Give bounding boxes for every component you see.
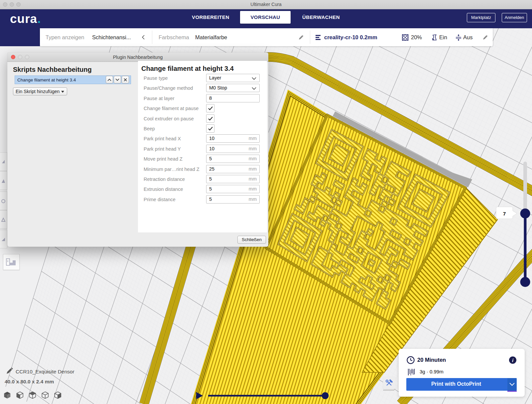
svg-text:x: x [7, 259, 9, 263]
svg-text:7: 7 [503, 211, 506, 216]
